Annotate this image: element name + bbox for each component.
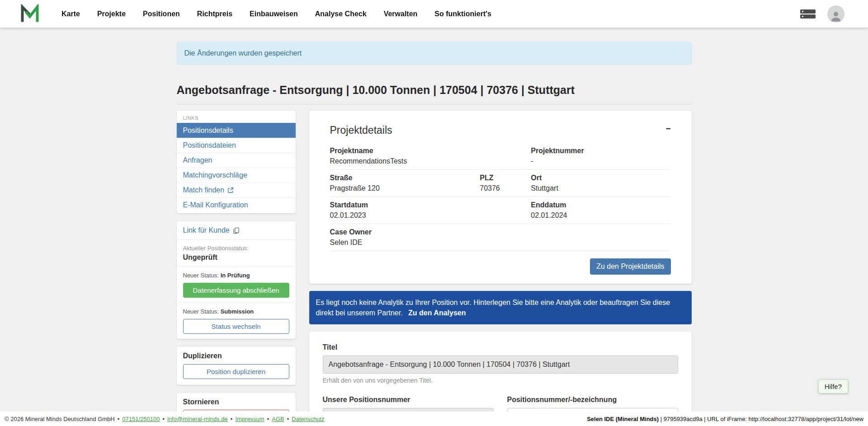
server-icon[interactable]	[799, 8, 816, 20]
project-details-title: Projektdetails	[330, 124, 392, 136]
main-nav: Karte Projekte Positionen Richtpreis Ein…	[61, 10, 491, 18]
field-plz: PLZ 70376	[480, 173, 531, 193]
duplicate-card-title: Duplizieren	[183, 352, 289, 360]
analytics-link[interactable]: Zu den Analysen	[408, 309, 466, 317]
nav-item-einbauweisen[interactable]: Einbauweisen	[250, 10, 298, 18]
main-content: Die Änderungen wurden gespeichert Angebo…	[177, 0, 692, 426]
status-card: Link für Kunde Aktueller Positionsstatus…	[177, 221, 296, 339]
unsere-positionsnummer-label: Unsere Positionsnummer	[323, 396, 494, 404]
field-projektnummer: Projektnummer -	[531, 146, 670, 166]
new-status-label: Neuer Status:	[183, 272, 219, 279]
sidebar-item-label: Positionsdateien	[183, 141, 236, 150]
positionsnummer-label: Positionsnummer/-bezeichnung	[507, 396, 678, 404]
analytics-banner-text: Es liegt noch keine Analytik zu Ihrer Po…	[316, 299, 670, 317]
footer: © 2026 Mineral Minds Deutschland GmbH 07…	[0, 412, 868, 426]
help-button[interactable]: Hilfe?	[818, 379, 848, 393]
field-strasse: Straße Pragstraße 120	[330, 173, 480, 193]
sidebar-item-label: Match finden	[183, 186, 225, 194]
customer-link-label: Link für Kunde	[183, 226, 230, 234]
field-value: 70376	[480, 184, 531, 193]
sidebar-item-matchingvorschlaege[interactable]: Matchingvorschläge	[177, 168, 296, 183]
sidebar-item-label: E-Mail Konfiguration	[183, 201, 248, 209]
field-value: -	[531, 157, 670, 166]
footer-link-email[interactable]: info@mineral-minds.de	[160, 416, 227, 422]
titel-help: Erhält den von uns vorgegebenen Titel.	[323, 377, 678, 384]
sidebar-item-positionsdateien[interactable]: Positionsdateien	[177, 138, 296, 153]
user-avatar[interactable]	[827, 5, 844, 23]
collapse-icon[interactable]: −	[665, 124, 670, 133]
nav-item-verwalten[interactable]: Verwalten	[384, 10, 418, 18]
new-status-value: Submission	[221, 308, 254, 315]
nav-item-karte[interactable]: Karte	[61, 10, 80, 18]
page-title: Angebotsanfrage - Entsorgung | 10.000 To…	[177, 84, 692, 104]
footer-link-agb[interactable]: AGB	[264, 416, 284, 422]
titel-label: Titel	[323, 343, 678, 351]
cancel-card-title: Stornieren	[183, 398, 289, 406]
field-value: 02.01.2024	[531, 211, 670, 220]
sidebar-item-positionsdetails[interactable]: Positionsdetails	[177, 123, 296, 138]
field-value: Selen IDE	[330, 238, 480, 247]
footer-links: © 2026 Mineral Minds Deutschland GmbH 07…	[5, 416, 325, 422]
sidebar-item-match-finden[interactable]: Match finden	[177, 183, 296, 197]
project-details-fields: Projektname RecommendationsTests Projekt…	[330, 143, 671, 251]
sidebar-item-label: Matchingvorschläge	[183, 171, 247, 179]
current-status-value: Ungeprüft	[183, 253, 289, 262]
field-label: Straße	[330, 173, 480, 183]
sidebar-item-label: Positionsdetails	[183, 126, 233, 135]
titel-input	[323, 356, 678, 374]
sidebar-item-email-konfiguration[interactable]: E-Mail Konfiguration	[177, 197, 296, 212]
sidebar-item-anfragen[interactable]: Anfragen	[177, 153, 296, 168]
field-label: Ort	[531, 173, 670, 183]
navbar-right	[799, 5, 844, 23]
field-label: Case Owner	[330, 228, 480, 237]
field-value: RecommendationsTests	[330, 157, 480, 166]
sidebar: LINKS Positionsdetails Positionsdateien …	[177, 111, 296, 426]
session-info: Selen IDE (Mineral Minds) | 9795939acd9a…	[587, 416, 863, 422]
duplicate-card: Duplizieren Position duplizieren	[177, 347, 296, 385]
nav-item-projekte[interactable]: Projekte	[97, 10, 126, 18]
new-status-value: In Prüfung	[221, 272, 250, 279]
duplicate-position-button[interactable]: Position duplizieren	[183, 364, 289, 379]
footer-link-phone[interactable]: 07151/250100	[115, 416, 160, 422]
external-link-icon	[227, 187, 234, 193]
field-ort: Ort Stuttgart	[531, 173, 670, 193]
top-navbar: Karte Projekte Positionen Richtpreis Ein…	[0, 0, 868, 28]
complete-data-entry-button[interactable]: Datenerfassung abschließen	[183, 283, 289, 298]
person-icon	[829, 9, 843, 23]
nav-item-analyse-check[interactable]: Analyse Check	[315, 10, 367, 18]
new-status-label: Neuer Status:	[183, 308, 219, 315]
new-status-line: Neuer Status: Submission	[183, 308, 289, 315]
field-value: 02.01.2023	[330, 211, 480, 220]
field-label: Startdatum	[330, 201, 480, 210]
main-column: Projektdetails − Projektname Recommendat…	[309, 111, 692, 426]
nav-item-richtpreis[interactable]: Richtpreis	[197, 10, 232, 18]
project-details-card: Projektdetails − Projektname Recommendat…	[309, 111, 692, 284]
field-startdatum: Startdatum 02.01.2023	[330, 201, 480, 220]
project-details-button[interactable]: Zu den Projektdetails	[590, 258, 670, 275]
sidebar-item-label: Anfragen	[183, 156, 212, 164]
mineral-minds-logo[interactable]	[20, 4, 40, 24]
field-label: Enddatum	[531, 201, 670, 210]
new-status-line: Neuer Status: In Prüfung	[183, 272, 289, 279]
nav-item-so-funktionierts[interactable]: So funktioniert's	[434, 10, 491, 18]
switch-status-button[interactable]: Status wechseln	[183, 319, 289, 334]
footer-link-datenschutz[interactable]: Datenschutz	[284, 416, 325, 422]
links-header: LINKS	[177, 111, 296, 123]
nav-item-positionen[interactable]: Positionen	[143, 10, 180, 18]
field-label: Projektnummer	[531, 146, 670, 155]
field-case-owner: Case Owner Selen IDE	[330, 228, 480, 247]
field-label: PLZ	[480, 173, 531, 183]
customer-link[interactable]: Link für Kunde	[183, 226, 240, 234]
session-details: | 9795939acd9a | URL of iFrame: http://l…	[659, 416, 863, 422]
footer-copyright: © 2026 Mineral Minds Deutschland GmbH	[5, 416, 115, 422]
links-card: LINKS Positionsdetails Positionsdateien …	[177, 111, 296, 213]
footer-link-impressum[interactable]: Impressum	[228, 416, 264, 422]
field-enddatum: Enddatum 02.01.2024	[531, 201, 670, 220]
field-value: Stuttgart	[531, 184, 670, 193]
field-label: Projektname	[330, 146, 480, 155]
field-projektname: Projektname RecommendationsTests	[330, 146, 480, 166]
copy-icon	[233, 227, 240, 234]
field-value: Pragstraße 120	[330, 184, 480, 193]
session-user: Selen IDE (Mineral Minds)	[587, 416, 659, 422]
current-status-label: Aktueller Positionsstatus:	[183, 245, 289, 252]
